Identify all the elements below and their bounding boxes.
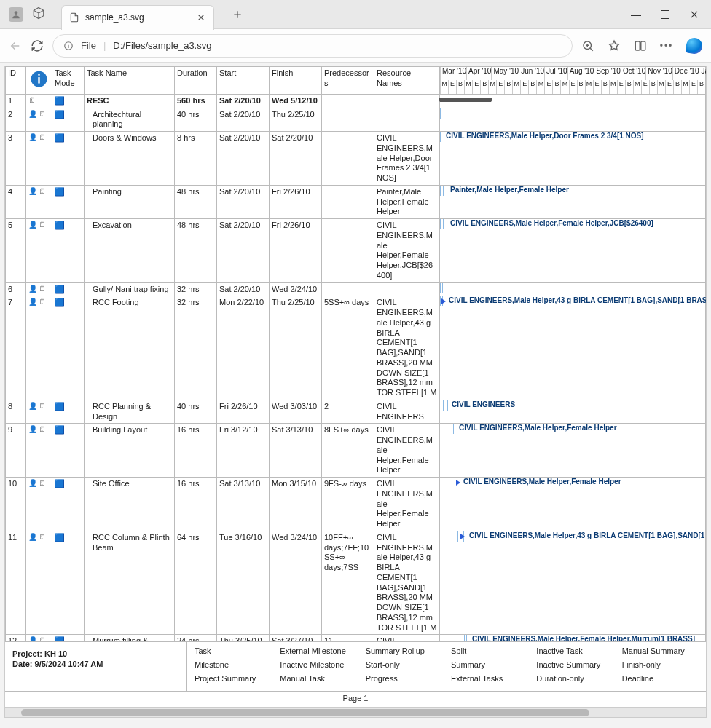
cell-duration: 48 hrs xyxy=(175,185,217,218)
cell-id: 2 xyxy=(6,108,26,132)
col-header-start[interactable]: Start xyxy=(217,67,270,95)
split-screen-icon[interactable] xyxy=(634,39,647,52)
cell-indicator: 👤🗓 xyxy=(26,635,52,641)
cell-mode: 🟦 xyxy=(52,132,85,186)
favorite-icon[interactable] xyxy=(608,39,621,52)
col-header-duration[interactable]: Duration xyxy=(175,67,217,95)
tab-title: sample_a3.svg xyxy=(85,12,144,23)
copilot-icon[interactable] xyxy=(685,36,703,55)
nav-refresh-button[interactable] xyxy=(31,39,44,52)
person-icon: 👤 xyxy=(28,285,37,294)
cell-name: Architechtural planning xyxy=(85,108,175,132)
table-row[interactable]: 6👤🗓🟦Gully/ Nani trap fixing32 hrsSat 2/2… xyxy=(6,282,706,296)
timeline-subunit: M xyxy=(512,80,520,93)
col-header-finish[interactable]: Finish xyxy=(270,67,322,95)
gantt-line xyxy=(442,283,443,293)
horizontal-scrollbar[interactable] xyxy=(5,707,706,717)
cell-mode: 🟦 xyxy=(52,108,85,132)
browser-tab[interactable]: sample_a3.svg xyxy=(61,5,214,30)
col-header-mode[interactable]: Task Mode xyxy=(52,67,85,95)
col-header-pred[interactable]: Predecessors xyxy=(322,67,374,95)
table-row[interactable]: 3👤🗓🟦Doors & Windows8 hrsSat 2/20/10Sat 2… xyxy=(6,132,706,186)
cell-finish: Thu 2/25/10 xyxy=(270,296,322,400)
legend-item: Duration-only xyxy=(536,674,613,687)
calendar-icon: 🗓 xyxy=(39,533,46,542)
person-icon: 👤 xyxy=(28,425,37,435)
cell-start: Sat 3/13/10 xyxy=(217,478,270,531)
cell-duration: 48 hrs xyxy=(175,219,217,283)
cell-duration: 16 hrs xyxy=(175,478,217,531)
col-header-id[interactable]: ID xyxy=(6,67,26,95)
legend-item: External Tasks xyxy=(451,674,527,687)
cell-id: 6 xyxy=(6,282,26,296)
cell-duration: 560 hrs xyxy=(175,94,217,108)
table-row[interactable]: 4👤🗓🟦Painting48 hrsSat 2/20/10Fri 2/26/10… xyxy=(6,185,706,218)
cell-name: Murrum filling & Ramming xyxy=(85,635,175,641)
person-icon: 👤 xyxy=(28,402,37,411)
legend-item: Summary Rollup xyxy=(366,646,442,659)
gantt-label: CIVIL ENGINEERS,Male Helper,Female Helpe… xyxy=(472,635,695,641)
window-maximize-button[interactable] xyxy=(660,9,670,20)
cell-resources xyxy=(374,94,440,108)
gantt-label: CIVIL ENGINEERS,Male Helper,Female Helpe… xyxy=(459,424,617,433)
col-header-name[interactable]: Task Name xyxy=(85,67,175,95)
cell-finish: Sat 3/13/10 xyxy=(270,424,322,478)
task-name: Gully/ Nani trap fixing xyxy=(87,285,172,295)
timeline-subunit: B xyxy=(552,80,560,93)
legend-item: External Milestone xyxy=(280,646,356,659)
col-header-resources[interactable]: Resource Names xyxy=(374,67,440,95)
calendar-icon: 🗓 xyxy=(39,479,46,488)
cell-resources: Painter,Male Helper,Female Helper xyxy=(374,185,440,218)
legend-item: Summary xyxy=(451,660,527,673)
workspaces-icon[interactable] xyxy=(32,7,45,22)
timeline-subunit: B xyxy=(601,80,609,93)
timeline-month: Aug '10 xyxy=(567,67,594,80)
legend-item: Finish-only xyxy=(622,660,699,673)
window-close-button[interactable] xyxy=(689,9,699,20)
table-row[interactable]: 1🗓🟦RESC560 hrsSat 2/20/10Wed 5/12/10 xyxy=(6,94,706,108)
cell-duration: 8 hrs xyxy=(175,132,217,186)
tab-close-icon[interactable] xyxy=(196,12,206,23)
window-minimize-button[interactable] xyxy=(631,9,641,20)
profile-icon[interactable] xyxy=(9,7,23,22)
task-table: ID Task Mode Task Name Duration Start Fi… xyxy=(5,66,706,641)
url-separator: | xyxy=(103,40,106,51)
scrollbar-thumb[interactable] xyxy=(21,709,589,716)
table-row[interactable]: 10👤🗓🟦Site Office16 hrsSat 3/13/10Mon 3/1… xyxy=(6,478,706,531)
table-row[interactable]: 2👤🗓🟦Architechtural planning40 hrsSat 2/2… xyxy=(6,108,706,132)
legend-item: Milestone xyxy=(195,660,271,673)
cell-id: 3 xyxy=(6,132,26,186)
timeline-month: Sep '10 xyxy=(594,67,621,80)
task-name: Painting xyxy=(87,187,172,197)
cell-mode: 🟦 xyxy=(52,185,85,218)
cell-gantt: Painter,Male Helper,Female Helper xyxy=(440,185,706,218)
info-icon xyxy=(28,68,50,90)
nav-back-button[interactable] xyxy=(9,39,22,52)
table-row[interactable]: 9👤🗓🟦Building Layout16 hrsFri 3/12/10Sat … xyxy=(6,424,706,478)
calendar-icon: 🗓 xyxy=(39,110,46,119)
col-header-timeline[interactable]: Mar '10Apr '10May '10Jun '10Jul '10Aug '… xyxy=(440,67,706,95)
table-row[interactable]: 11👤🗓🟦RCC Column & Plinth Beam64 hrsTue 3… xyxy=(6,531,706,635)
address-bar[interactable]: File | D:/Files/sample_a3.svg xyxy=(52,34,573,58)
zoom-icon[interactable] xyxy=(581,39,594,52)
table-row[interactable]: 5👤🗓🟦Excavation48 hrsSat 2/20/10Fri 2/26/… xyxy=(6,219,706,283)
cell-name: RCC Column & Plinth Beam xyxy=(85,531,175,635)
timeline-subunit: B xyxy=(528,80,536,93)
more-icon[interactable]: ••• xyxy=(660,39,673,52)
cell-duration: 16 hrs xyxy=(175,424,217,478)
calendar-icon: 🗓 xyxy=(39,221,46,230)
cell-indicator: 👤🗓 xyxy=(26,185,52,218)
task-mode-icon: 🟦 xyxy=(55,221,65,229)
table-row[interactable]: 8👤🗓🟦RCC Planning & Design40 hrsFri 2/26/… xyxy=(6,400,706,424)
timeline-subunit: B xyxy=(456,80,464,93)
legend-item: Split xyxy=(451,646,527,659)
table-row[interactable]: 7👤🗓🟦RCC Footing32 hrsMon 2/22/10Thu 2/25… xyxy=(6,296,706,400)
gantt-line xyxy=(457,531,458,542)
task-name: Architechtural planning xyxy=(87,110,172,130)
col-header-indicators[interactable] xyxy=(26,67,52,95)
new-tab-button[interactable] xyxy=(227,4,248,25)
table-row[interactable]: 12👤🗓🟦Murrum filling & Ramming24 hrsThu 3… xyxy=(6,635,706,641)
site-info-icon[interactable] xyxy=(63,41,74,51)
gantt-line xyxy=(440,132,441,142)
cell-id: 1 xyxy=(6,94,26,108)
